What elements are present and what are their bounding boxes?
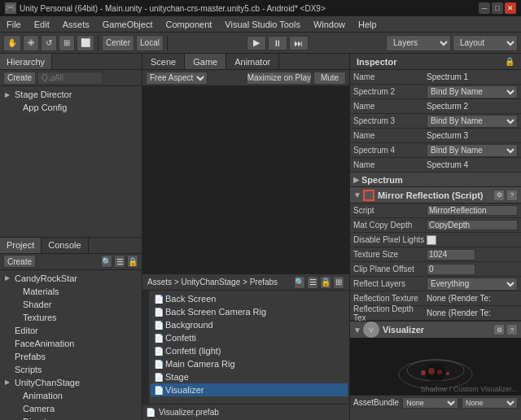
menu-window[interactable]: Window (307, 16, 352, 32)
project-item-candyrockstar[interactable]: ▶ CandyRockStar (2, 272, 140, 285)
inspector-row-spectrum2: Spectrum 2 Bind By Name (350, 85, 521, 99)
assets-item-visualizer[interactable]: 📄 Visualizer (151, 383, 348, 396)
project-item-label: Scripts (15, 365, 42, 374)
play-button[interactable]: ▶ (247, 36, 266, 50)
reflect-layers-dropdown[interactable]: Everything (427, 278, 518, 291)
asset-bundle-dropdown2[interactable]: None (462, 397, 518, 409)
project-item-director[interactable]: Director (2, 415, 140, 421)
project-item-shader[interactable]: Shader (2, 298, 140, 311)
spectrum-arrow-icon: ▶ (353, 175, 360, 184)
project-item-scripts[interactable]: Scripts (2, 363, 140, 376)
step-button[interactable]: ⏭ (289, 36, 309, 50)
asset-bundle-dropdown1[interactable]: None (402, 397, 458, 409)
game-tab[interactable]: Game (185, 54, 226, 69)
assets-item-stage[interactable]: 📄 Stage (151, 370, 348, 383)
menu-vstudio[interactable]: Visual Studio Tools (218, 16, 307, 32)
assets-lock-btn[interactable]: 🔒 (320, 276, 331, 289)
hand-tool[interactable]: ✋ (3, 35, 21, 51)
scale-tool[interactable]: ⊞ (59, 35, 75, 51)
assets-layout-btn[interactable]: ⊞ (333, 276, 344, 289)
project-item-animation[interactable]: Animation (2, 389, 140, 402)
project-item-textures[interactable]: Textures (2, 311, 140, 324)
svg-point-4 (428, 368, 435, 374)
hierarchy-tab[interactable]: Hierarchy (0, 54, 52, 69)
project-item-editor[interactable]: Editor (2, 324, 140, 337)
visualizer-arrow-icon: ▼ (353, 326, 361, 335)
menu-gameobject[interactable]: GameObject (96, 16, 160, 32)
mirror-reflection-component-header[interactable]: ▼ Mirror Reflection (Script) ⚙ ? (350, 187, 521, 203)
close-button[interactable]: ✕ (505, 2, 516, 14)
visualizer-settings-icon[interactable]: ⚙ (493, 324, 505, 335)
assets-search-btn[interactable]: 🔍 (294, 276, 305, 289)
aspect-dropdown[interactable]: Free Aspect (146, 72, 208, 85)
assets-item-backscreencamerarig[interactable]: 📄 Back Screen Camera Rig (151, 305, 348, 318)
move-tool[interactable]: ✙ (23, 35, 39, 51)
scene-header: Scene Game Animator (142, 54, 349, 70)
project-filter-button[interactable]: ☰ (114, 255, 125, 268)
project-item-faceanimation[interactable]: FaceAnimation (2, 337, 140, 350)
project-lock-button[interactable]: 🔒 (127, 255, 138, 268)
rect-tool[interactable]: ⬜ (77, 35, 94, 51)
project-search-button[interactable]: 🔍 (101, 255, 112, 268)
assets-item-main-camera-rig[interactable]: 📄 Main Camera Rig (151, 357, 348, 370)
assets-resize-handle[interactable] (142, 291, 149, 404)
project-item-prefabs[interactable]: Prefabs (2, 350, 140, 363)
inspector-lock-icon[interactable]: 🔒 (505, 57, 514, 66)
center-toggle[interactable]: Center (102, 35, 134, 51)
scene-tab[interactable]: Scene (142, 54, 185, 69)
project-tab[interactable]: Project (0, 238, 42, 253)
menu-edit[interactable]: Edit (28, 16, 56, 32)
project-toolbar: Create 🔍 ☰ 🔒 (0, 254, 142, 270)
project-item-camera[interactable]: Camera (2, 402, 140, 415)
project-item-label: Materials (23, 287, 59, 296)
texture-size-input[interactable] (427, 249, 475, 260)
mute-button[interactable]: Mute (313, 72, 346, 85)
component-settings-icon[interactable]: ⚙ (493, 190, 505, 201)
component-arrow-icon: ▼ (353, 190, 361, 199)
project-item-unitychanstage[interactable]: ▶ UnityChanStage (2, 376, 140, 389)
assets-item-background[interactable]: 📄 Background (151, 318, 348, 331)
pause-button[interactable]: ⏸ (268, 36, 287, 50)
visualizer-subtitle: Shadow / Custom Visualizer... (421, 385, 518, 393)
maximize-button[interactable]: □ (492, 2, 503, 14)
disable-pixel-lights-checkbox[interactable]: ✓ (427, 235, 436, 245)
clip-plane-offset-input[interactable] (427, 264, 475, 275)
window-controls: ─ □ ✕ (479, 2, 516, 14)
spectrum3-dropdown[interactable]: Bind By Name (427, 115, 518, 128)
spectrum-section-header[interactable]: ▶ Spectrum (350, 173, 521, 187)
component-help-icon[interactable]: ? (506, 190, 518, 201)
maximize-on-play-button[interactable]: Maximize on Play (247, 72, 312, 85)
separator-1 (98, 36, 99, 50)
menu-assets[interactable]: Assets (56, 16, 96, 32)
menu-component[interactable]: Component (159, 16, 218, 32)
hierarchy-search-input[interactable] (37, 72, 103, 85)
assets-content: 📄 Back Screen 📄 Back Screen Camera Rig 📄… (142, 291, 349, 404)
project-create-button[interactable]: Create (3, 255, 36, 268)
assets-item-confetti[interactable]: 📄 Confetti (151, 331, 348, 344)
layers-dropdown[interactable]: Layers (386, 35, 451, 51)
assets-item-confetti-light[interactable]: 📄 Confetti (light) (151, 344, 348, 357)
minimize-button[interactable]: ─ (479, 2, 490, 14)
component-enable-toggle[interactable] (363, 190, 374, 201)
visualizer-help-icon[interactable]: ? (506, 324, 518, 335)
menu-help[interactable]: Help (352, 16, 383, 32)
hierarchy-create-button[interactable]: Create (3, 72, 36, 85)
assets-filter-btn[interactable]: ☰ (307, 276, 318, 289)
spectrum4-dropdown[interactable]: Bind By Name (427, 144, 518, 157)
menu-file[interactable]: File (0, 16, 28, 32)
assets-item-backscreen[interactable]: 📄 Back Screen (151, 292, 348, 305)
assets-breadcrumb: Assets > UnityChanStage > Prefabs 🔍 ☰ 🔒 … (142, 274, 349, 291)
layout-dropdown[interactable]: Layout (453, 35, 518, 51)
console-tab[interactable]: Console (42, 238, 88, 253)
hierarchy-item-stage-director[interactable]: ▶ Stage Director (2, 88, 140, 101)
spectrum2-dropdown[interactable]: Bind By Name (427, 85, 518, 98)
visualizer-header[interactable]: ▼ V Visualizer ⚙ ? (350, 322, 521, 338)
rotate-tool[interactable]: ↺ (41, 35, 57, 51)
arrow-icon: ▶ (5, 274, 13, 282)
scene-toolbar: Free Aspect Maximize on Play Mute (142, 70, 349, 86)
svg-point-3 (421, 370, 426, 375)
project-item-materials[interactable]: Materials (2, 285, 140, 298)
hierarchy-item-app-config[interactable]: App Config (2, 101, 140, 114)
animator-tab[interactable]: Animator (226, 54, 279, 69)
local-toggle[interactable]: Local (136, 35, 164, 51)
